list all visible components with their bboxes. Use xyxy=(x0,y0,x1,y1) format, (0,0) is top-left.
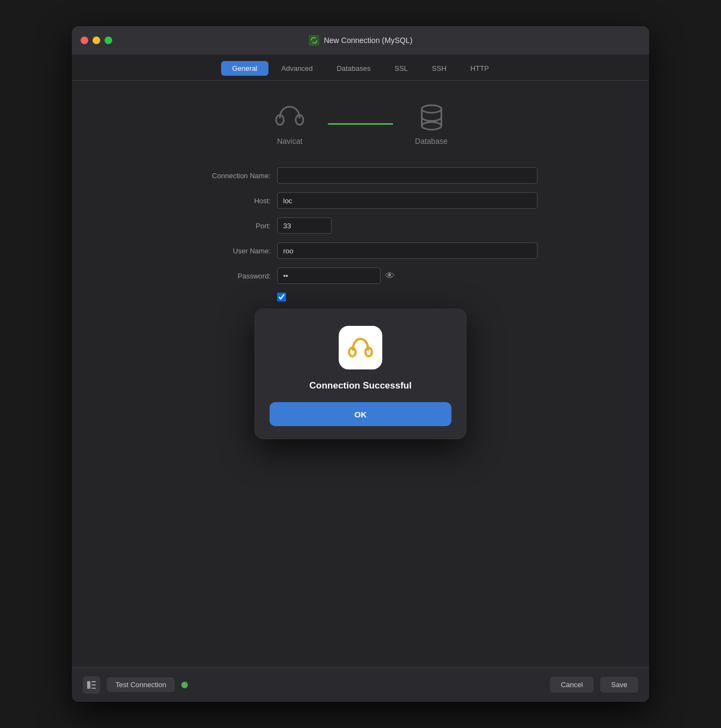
tab-databases[interactable]: Databases xyxy=(326,61,381,80)
tab-general[interactable]: General xyxy=(221,61,268,76)
cancel-button[interactable]: Cancel xyxy=(550,677,594,693)
main-content: Navicat Database Connection Name: xyxy=(72,81,649,667)
success-modal: Connection Successful OK xyxy=(254,308,467,439)
svg-rect-9 xyxy=(91,684,96,685)
modal-overlay: Connection Successful OK xyxy=(72,81,649,667)
tab-http[interactable]: HTTP xyxy=(460,61,500,80)
main-window: New Connection (MySQL) General Advanced … xyxy=(72,26,649,702)
svg-rect-0 xyxy=(309,35,320,46)
save-button[interactable]: Save xyxy=(600,677,638,693)
svg-rect-7 xyxy=(87,681,90,689)
minimize-button[interactable] xyxy=(93,37,100,44)
maximize-button[interactable] xyxy=(105,37,112,44)
navicat-modal-icon xyxy=(345,332,376,363)
modal-app-icon xyxy=(339,326,382,369)
connection-status-dot xyxy=(181,682,188,688)
tab-ssl[interactable]: SSL xyxy=(383,61,419,80)
test-connection-button[interactable]: Test Connection xyxy=(107,677,175,692)
tab-ssh[interactable]: SSH xyxy=(421,61,457,80)
modal-ok-button[interactable]: OK xyxy=(270,402,451,426)
bottom-toolbar: Test Connection Cancel Save xyxy=(72,667,649,702)
navicat-title-icon xyxy=(309,35,320,46)
tab-advanced[interactable]: Advanced xyxy=(271,61,324,80)
tab-bar: General Advanced Databases SSL SSH HTTP xyxy=(72,54,649,81)
window-title: New Connection (MySQL) xyxy=(309,35,413,46)
traffic-lights xyxy=(81,37,112,44)
sidebar-icon xyxy=(87,681,96,689)
svg-rect-8 xyxy=(91,681,96,682)
sidebar-toggle-button[interactable] xyxy=(83,676,100,694)
titlebar: New Connection (MySQL) xyxy=(72,26,649,54)
modal-title: Connection Successful xyxy=(309,380,412,391)
close-button[interactable] xyxy=(81,37,88,44)
svg-rect-10 xyxy=(91,688,96,689)
